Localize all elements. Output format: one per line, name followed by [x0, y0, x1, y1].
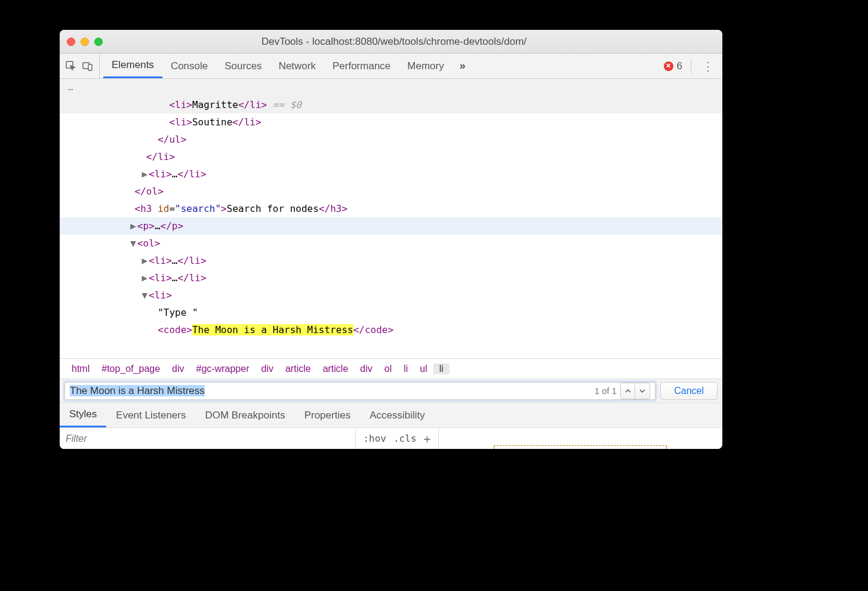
- titlebar: DevTools - localhost:8080/web/tools/chro…: [60, 30, 722, 54]
- breadcrumb-item[interactable]: #top_of_page: [96, 364, 166, 374]
- devtools-window: DevTools - localhost:8080/web/tools/chro…: [60, 30, 722, 449]
- breadcrumb-item[interactable]: div: [166, 364, 190, 374]
- box-model-preview: [439, 428, 722, 449]
- dom-row[interactable]: </ul>: [60, 131, 722, 148]
- error-count[interactable]: ✕ 6: [664, 60, 682, 72]
- tab-performance[interactable]: Performance: [324, 54, 399, 78]
- minimize-window-button[interactable]: [81, 38, 89, 46]
- search-input[interactable]: The Moon is a Harsh Mistress 1 of 1: [64, 382, 655, 400]
- dom-row[interactable]: <li>Magritte</li> == $0: [60, 96, 722, 113]
- divider: [691, 59, 691, 74]
- search-prev-button[interactable]: [621, 383, 635, 399]
- hov-toggle[interactable]: :hov: [363, 433, 386, 444]
- breadcrumb-item[interactable]: li: [398, 364, 414, 374]
- zoom-window-button[interactable]: [94, 38, 103, 46]
- close-window-button[interactable]: [67, 38, 75, 46]
- svg-rect-2: [88, 64, 92, 70]
- style-controls: :hov .cls +: [355, 428, 438, 449]
- cls-toggle[interactable]: .cls: [393, 433, 417, 444]
- dom-row[interactable]: <h3 id="search">Search for nodes</h3>: [60, 200, 722, 217]
- overflow-indicator[interactable]: …: [60, 79, 722, 96]
- breadcrumb-item[interactable]: article: [317, 364, 355, 374]
- dom-row[interactable]: "Type ": [60, 304, 722, 321]
- search-next-button[interactable]: [635, 383, 650, 399]
- dom-row[interactable]: ▼<ol>: [60, 235, 722, 252]
- tab-console[interactable]: Console: [162, 54, 216, 78]
- error-count-value: 6: [677, 60, 682, 72]
- breadcrumb-item[interactable]: #gc-wrapper: [190, 364, 256, 374]
- inspect-element-icon[interactable]: [64, 60, 78, 73]
- search-bar: The Moon is a Harsh Mistress 1 of 1 Canc…: [60, 378, 722, 402]
- tab-elements[interactable]: Elements: [103, 54, 162, 78]
- margin-box-icon: [494, 445, 667, 449]
- window-title: DevTools - localhost:8080/web/tools/chro…: [103, 36, 715, 48]
- more-tabs-button[interactable]: »: [453, 60, 473, 72]
- breadcrumb-item[interactable]: ul: [414, 364, 433, 374]
- search-nav-buttons: [620, 383, 650, 399]
- dom-row[interactable]: ▶<li>…</li>: [60, 269, 722, 287]
- toolbar-left: [60, 54, 100, 78]
- breadcrumb-item[interactable]: html: [66, 364, 96, 374]
- breadcrumb-item[interactable]: li: [433, 364, 450, 374]
- breadcrumb-item[interactable]: ol: [378, 364, 398, 374]
- search-count: 1 of 1: [591, 386, 621, 396]
- window-controls: [67, 38, 103, 46]
- subtab-properties[interactable]: Properties: [295, 403, 360, 427]
- tab-sources[interactable]: Sources: [216, 54, 270, 78]
- tab-network[interactable]: Network: [270, 54, 324, 78]
- dom-row[interactable]: </li>: [60, 148, 722, 165]
- subtab-styles[interactable]: Styles: [60, 403, 106, 427]
- main-tabs: ElementsConsoleSourcesNetworkPerformance…: [103, 54, 453, 78]
- main-toolbar: ElementsConsoleSourcesNetworkPerformance…: [60, 54, 722, 79]
- search-cancel-button[interactable]: Cancel: [660, 382, 718, 400]
- tab-memory[interactable]: Memory: [399, 54, 452, 78]
- breadcrumb-item[interactable]: article: [279, 364, 317, 374]
- dom-row[interactable]: ▼<li>: [60, 287, 722, 304]
- subtab-dom-breakpoints[interactable]: DOM Breakpoints: [195, 403, 294, 427]
- toolbar-right: ✕ 6 ⋮: [658, 59, 722, 74]
- dom-row[interactable]: ▶<li>…</li>: [60, 165, 722, 183]
- styles-tabs: StylesEvent ListenersDOM BreakpointsProp…: [60, 402, 722, 427]
- dom-tree[interactable]: … <li>Magritte</li> == $0 <li>Soutine</l…: [60, 79, 722, 358]
- subtab-event-listeners[interactable]: Event Listeners: [106, 403, 195, 427]
- error-icon: ✕: [664, 61, 673, 71]
- subtab-accessibility[interactable]: Accessibility: [360, 403, 435, 427]
- styles-filter-input[interactable]: [60, 428, 355, 449]
- search-query: The Moon is a Harsh Mistress: [70, 385, 591, 397]
- dom-row[interactable]: <li>Soutine</li>: [60, 113, 722, 131]
- dom-row[interactable]: <code>The Moon is a Harsh Mistress</code…: [60, 321, 722, 338]
- styles-toolbar: :hov .cls +: [60, 427, 722, 449]
- add-rule-button[interactable]: +: [424, 432, 431, 446]
- device-toggle-icon[interactable]: [81, 60, 94, 73]
- dom-row[interactable]: ▶<li>…</li>: [60, 252, 722, 269]
- breadcrumb-item[interactable]: div: [256, 364, 279, 374]
- breadcrumb-item[interactable]: div: [354, 364, 378, 374]
- dom-row[interactable]: ▶<p>…</p>: [60, 217, 722, 235]
- settings-menu-icon[interactable]: ⋮: [700, 59, 716, 73]
- dom-row[interactable]: </ol>: [60, 183, 722, 200]
- breadcrumb-bar: html#top_of_pagediv#gc-wrapperdivarticle…: [60, 358, 722, 378]
